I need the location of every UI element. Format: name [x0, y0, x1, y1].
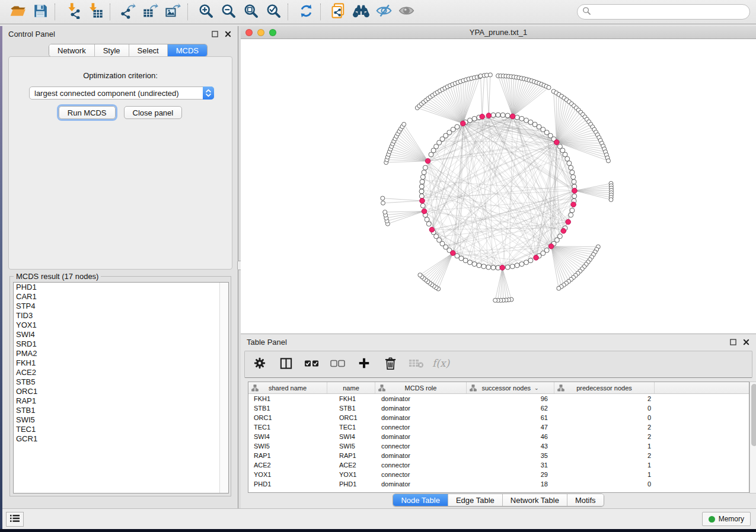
cell: dominator [375, 451, 467, 460]
column-header-shared-name[interactable]: shared name [248, 382, 327, 393]
table-scrollbar[interactable] [749, 382, 756, 493]
network-graph[interactable] [241, 39, 756, 334]
tab-select[interactable]: Select [129, 44, 167, 56]
table-row-STB1[interactable]: STB1STB1dominator620 [248, 403, 749, 413]
tab-node-table[interactable]: Node Table [393, 494, 448, 506]
table-row-ORC1[interactable]: ORC1ORC1dominator610 [248, 413, 749, 422]
mcds-result-node[interactable]: SWI4 [14, 330, 228, 339]
mcds-result-node[interactable]: ACE2 [14, 368, 228, 377]
mcds-result-node[interactable]: SWI5 [14, 415, 228, 425]
zoom-in-button[interactable] [196, 2, 215, 21]
add-row-button[interactable] [356, 357, 372, 372]
table-row-SWI5[interactable]: SWI5SWI5connector431 [248, 441, 749, 451]
export-network-button[interactable] [119, 2, 138, 21]
zoom-fit-button[interactable] [241, 2, 260, 21]
mcds-result-node[interactable]: STB5 [14, 377, 228, 387]
export-image-button[interactable] [164, 2, 183, 21]
mcds-result-node[interactable]: YOX1 [14, 321, 228, 330]
choose-columns-button[interactable] [278, 357, 294, 372]
choose-columns-icon [279, 357, 293, 373]
tab-style[interactable]: Style [94, 44, 129, 56]
search-box[interactable] [577, 4, 750, 20]
mcds-result-node[interactable]: RAP1 [14, 396, 228, 406]
show-graphics-details-button[interactable] [397, 2, 416, 21]
cell: dominator [375, 403, 467, 413]
close-panel-icon[interactable] [224, 30, 232, 38]
search-input[interactable] [591, 8, 739, 16]
tab-edge-table[interactable]: Edge Table [448, 494, 502, 506]
table-row-YOX1[interactable]: YOX1YOX1connector291 [248, 470, 749, 479]
cell: ACE2 [327, 460, 375, 470]
function-builder-icon: f(x) [431, 356, 454, 373]
tab-motifs[interactable]: Motifs [567, 494, 604, 506]
table-row-TEC1[interactable]: TEC1TEC1connector472 [248, 422, 749, 432]
column-header-name[interactable]: name [327, 382, 375, 393]
select-all-button[interactable] [304, 357, 320, 372]
zoom-selected-button[interactable] [264, 2, 283, 21]
mcds-result-node[interactable]: SRD1 [14, 339, 228, 349]
cell: 61 [467, 413, 554, 422]
close-window-traffic-light[interactable] [245, 29, 253, 36]
table-row-SWI4[interactable]: SWI4SWI4dominator462 [248, 432, 749, 441]
cell: SWI4 [248, 432, 327, 441]
table-scrollbar-thumb[interactable] [751, 384, 756, 446]
run-mcds-button[interactable]: Run MCDS [59, 106, 116, 119]
mcds-result-node[interactable]: GCR1 [14, 434, 228, 444]
table-row-ACE2[interactable]: ACE2ACE2connector311 [248, 460, 749, 470]
toolbar-separator [110, 4, 110, 20]
float-table-panel-icon[interactable] [729, 338, 737, 346]
zoom-fit-icon [243, 3, 259, 21]
import-network-icon [65, 2, 81, 21]
deselect-all-button[interactable] [330, 357, 346, 372]
mcds-result-node[interactable]: CAR1 [14, 292, 228, 302]
hide-selection-button[interactable] [374, 2, 393, 21]
select-all-icon [304, 359, 320, 370]
mcds-result-node[interactable]: TID3 [14, 311, 228, 321]
task-history-button[interactable] [6, 512, 24, 527]
tab-network[interactable]: Network [49, 44, 94, 56]
mcds-result-node[interactable]: STB1 [14, 406, 228, 415]
memory-button[interactable]: Memory [702, 512, 751, 526]
import-network-button[interactable] [63, 2, 82, 21]
network-canvas[interactable] [241, 39, 756, 334]
mcds-result-node[interactable]: TEC1 [14, 425, 228, 434]
result-list-scrollbar[interactable] [219, 283, 228, 493]
cell: STB1 [248, 403, 327, 413]
mcds-result-node[interactable]: PHD1 [14, 283, 228, 292]
tab-mcds[interactable]: MCDS [167, 44, 207, 56]
settings-button[interactable] [252, 357, 267, 372]
import-table-button[interactable] [86, 2, 105, 21]
table-row-RAP1[interactable]: RAP1RAP1dominator352 [248, 451, 749, 460]
cell: 1 [554, 470, 655, 479]
save-session-button[interactable] [31, 2, 50, 21]
mcds-result-node[interactable]: ORC1 [14, 387, 228, 396]
mcds-result-list[interactable]: PHD1CAR1STP4TID3YOX1SWI4SRD1PMA2FKH1ACE2… [13, 282, 229, 493]
table-row-FKH1[interactable]: FKH1FKH1dominator962 [248, 394, 749, 403]
search-network-button[interactable] [352, 2, 371, 21]
close-table-panel-icon[interactable] [742, 338, 750, 346]
mcds-result-node[interactable]: FKH1 [14, 358, 228, 368]
close-panel-button[interactable]: Close panel [124, 106, 183, 119]
zoom-window-traffic-light[interactable] [269, 29, 276, 36]
export-network-web-button[interactable] [329, 2, 348, 21]
cell: 2 [554, 394, 655, 403]
criterion-select[interactable]: largest connected component (undirected) [29, 86, 214, 100]
zoom-out-button[interactable] [219, 2, 238, 21]
cell: 18 [467, 479, 554, 489]
column-header-predecessor-nodes[interactable]: predecessor nodes [554, 382, 655, 393]
cell: 2 [554, 432, 655, 441]
delete-row-button[interactable] [382, 357, 398, 372]
export-table-button[interactable] [141, 2, 160, 21]
float-panel-icon[interactable] [210, 30, 219, 38]
tab-network-table[interactable]: Network Table [502, 494, 567, 506]
refresh-button[interactable] [296, 2, 315, 21]
table-row-PHD1[interactable]: PHD1PHD1dominator180 [248, 479, 749, 489]
open-file-button[interactable] [8, 2, 27, 21]
column-header-successor-nodes[interactable]: successor nodes⌄ [467, 382, 554, 393]
minimize-window-traffic-light[interactable] [257, 29, 264, 36]
column-header-MCDS-role[interactable]: MCDS role [375, 382, 467, 393]
mcds-result-node[interactable]: PMA2 [14, 349, 228, 358]
mcds-result-node[interactable]: STP4 [14, 302, 228, 311]
memory-status-dot [709, 516, 715, 523]
network-titlebar[interactable]: YPA_prune.txt_1 [241, 26, 756, 39]
